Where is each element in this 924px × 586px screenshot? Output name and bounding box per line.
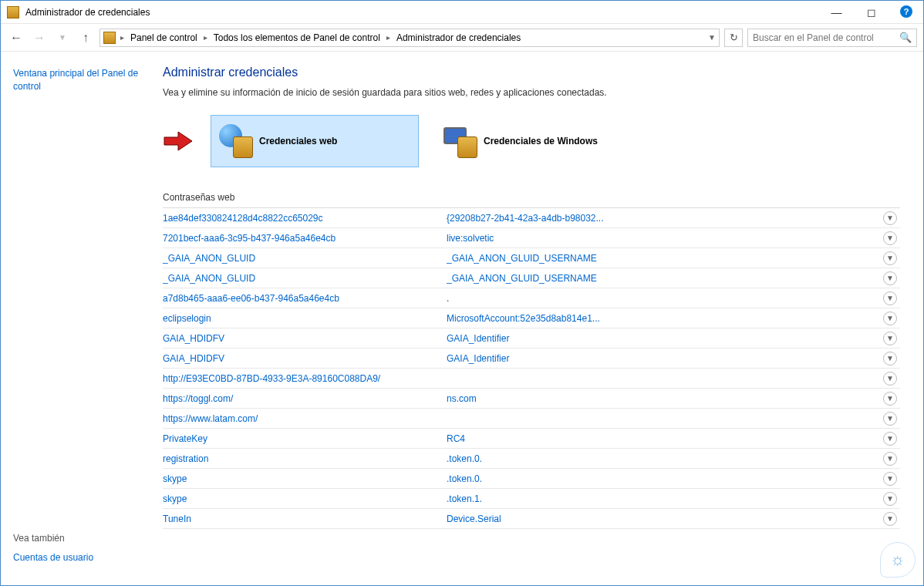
credential-row[interactable]: skype.token.1.▼ [163, 489, 900, 509]
credential-row[interactable]: TuneInDevice.Serial▼ [163, 509, 900, 529]
back-button[interactable]: ← [7, 29, 25, 47]
arrow-callout-icon [163, 130, 194, 153]
credential-row[interactable]: a7d8b465-aaa6-ee06-b437-946a5a46e4cb.▼ [163, 288, 900, 308]
credential-name: eclipselogin [163, 313, 447, 324]
credential-name: https://www.latam.com/ [163, 413, 447, 424]
expand-button[interactable]: ▼ [883, 251, 897, 265]
web-credentials-icon [219, 124, 253, 158]
credential-row[interactable]: 7201becf-aaa6-3c95-b437-946a5a46e4cblive… [163, 228, 900, 248]
credential-row[interactable]: https://www.latam.com/▼ [163, 409, 900, 429]
credential-name: skype [163, 473, 447, 484]
credential-name: 7201becf-aaa6-3c95-b437-946a5a46e4cb [163, 233, 447, 244]
maximize-button[interactable]: ◻ [854, 1, 889, 24]
breadcrumb-dropdown[interactable]: ▼ [708, 33, 716, 42]
minimize-button[interactable]: ― [819, 1, 854, 24]
windows-credentials-label: Credenciales de Windows [484, 136, 598, 146]
chevron-right-icon: ▸ [119, 33, 126, 42]
help-icon[interactable]: ? [900, 5, 912, 18]
credential-row[interactable]: 1ae84def330824128d4c8822cc65029c{29208b2… [163, 208, 900, 228]
credential-name: _GAIA_ANON_GLUID [163, 273, 447, 284]
svg-marker-0 [164, 132, 192, 150]
credential-row[interactable]: https://toggl.com/ns.com▼ [163, 389, 900, 409]
category-row: Credenciales web Credenciales de Windows [163, 115, 900, 167]
page-title: Administrar credenciales [163, 66, 900, 79]
credential-detail: GAIA_Identifier [447, 353, 878, 364]
credential-name: https://toggl.com/ [163, 393, 447, 404]
expand-button[interactable]: ▼ [883, 452, 897, 466]
credentials-list: 1ae84def330824128d4c8822cc65029c{29208b2… [163, 208, 900, 529]
expand-button[interactable]: ▼ [883, 332, 897, 345]
up-button[interactable]: ↑ [76, 29, 95, 47]
forward-button[interactable]: → [30, 29, 49, 47]
credential-name: GAIA_HDIDFV [163, 333, 447, 344]
expand-button[interactable]: ▼ [883, 271, 897, 285]
window-title: Administrador de credenciales [25, 7, 150, 18]
expand-button[interactable]: ▼ [883, 231, 897, 245]
credential-name: PrivateKey [163, 433, 447, 444]
credential-row[interactable]: eclipseloginMicrosoftAccount:52e35d8ab81… [163, 308, 900, 328]
credential-row[interactable]: PrivateKeyRC4▼ [163, 429, 900, 449]
main: Administrar credenciales Vea y elimine s… [155, 52, 923, 585]
credential-name: _GAIA_ANON_GLUID [163, 253, 447, 264]
content: ? Ventana principal del Panel de control… [1, 52, 923, 585]
sidebar-main-link[interactable]: Ventana principal del Panel de control [13, 67, 143, 93]
credential-name: a7d8b465-aaa6-ee06-b437-946a5a46e4cb [163, 293, 447, 304]
windows-credentials-tile[interactable]: Credenciales de Windows [436, 115, 644, 167]
search-icon: 🔍 [899, 32, 912, 43]
expand-button[interactable]: ▼ [883, 472, 897, 486]
sidebar: Ventana principal del Panel de control V… [1, 52, 155, 585]
window: Administrador de credenciales ― ◻ ✕ ← → … [0, 0, 924, 586]
expand-button[interactable]: ▼ [883, 291, 897, 305]
breadcrumb-segment[interactable]: Panel de control [129, 32, 199, 43]
credential-row[interactable]: http://E93EC0BD-87BD-4933-9E3A-89160C088… [163, 369, 900, 389]
navbar: ← → ▼ ↑ ▸ Panel de control ▸ Todos los e… [1, 24, 923, 52]
hint-bubble-icon[interactable]: ☼ [880, 542, 916, 578]
expand-button[interactable]: ▼ [883, 432, 897, 446]
expand-button[interactable]: ▼ [883, 492, 897, 506]
credential-row[interactable]: GAIA_HDIDFVGAIA_Identifier▼ [163, 328, 900, 349]
credential-detail: Device.Serial [447, 514, 878, 524]
credential-name: skype [163, 493, 447, 504]
chevron-right-icon: ▸ [385, 33, 392, 42]
breadcrumb-segment[interactable]: Administrador de credenciales [395, 32, 522, 43]
credential-detail: ns.com [447, 393, 878, 404]
search-input[interactable]: Buscar en el Panel de control 🔍 [747, 29, 917, 47]
chevron-right-icon: ▸ [202, 33, 209, 42]
expand-button[interactable]: ▼ [883, 312, 897, 325]
credential-name: TuneIn [163, 514, 447, 524]
credential-row[interactable]: registration.token.0.▼ [163, 449, 900, 469]
expand-button[interactable]: ▼ [883, 512, 897, 526]
credential-detail: GAIA_Identifier [447, 333, 878, 344]
see-also-label: Vea también [13, 533, 143, 544]
recent-dropdown[interactable]: ▼ [53, 29, 72, 47]
credential-detail: .token.1. [447, 493, 878, 504]
web-credentials-label: Credenciales web [259, 136, 337, 146]
web-credentials-tile[interactable]: Credenciales web [211, 115, 419, 167]
credential-name: registration [163, 453, 447, 464]
expand-button[interactable]: ▼ [883, 352, 897, 365]
refresh-button[interactable]: ↻ [724, 29, 743, 47]
control-panel-icon [103, 32, 116, 44]
section-header: Contraseñas web [163, 187, 900, 208]
expand-button[interactable]: ▼ [883, 372, 897, 386]
credential-detail: _GAIA_ANON_GLUID_USERNAME [447, 253, 878, 264]
credential-row[interactable]: skype.token.0.▼ [163, 469, 900, 489]
credential-row[interactable]: _GAIA_ANON_GLUID_GAIA_ANON_GLUID_USERNAM… [163, 248, 900, 268]
credential-detail: MicrosoftAccount:52e35d8ab814e1... [447, 313, 878, 324]
page-description: Vea y elimine su información de inicio d… [163, 87, 900, 98]
credential-row[interactable]: GAIA_HDIDFVGAIA_Identifier▼ [163, 349, 900, 369]
app-icon [7, 6, 19, 19]
credential-detail: live:solvetic [447, 233, 878, 244]
breadcrumb[interactable]: ▸ Panel de control ▸ Todos los elementos… [99, 29, 720, 47]
credential-detail: .token.0. [447, 453, 878, 464]
titlebar: Administrador de credenciales ― ◻ ✕ [1, 1, 923, 24]
credential-row[interactable]: _GAIA_ANON_GLUID_GAIA_ANON_GLUID_USERNAM… [163, 268, 900, 288]
breadcrumb-segment[interactable]: Todos los elementos de Panel de control [212, 32, 382, 43]
expand-button[interactable]: ▼ [883, 412, 897, 426]
expand-button[interactable]: ▼ [883, 211, 897, 225]
windows-credentials-icon [443, 124, 477, 158]
expand-button[interactable]: ▼ [883, 392, 897, 406]
sidebar-user-accounts-link[interactable]: Cuentas de usuario [13, 551, 143, 564]
search-placeholder: Buscar en el Panel de control [753, 32, 874, 43]
credential-name: http://E93EC0BD-87BD-4933-9E3A-89160C088… [163, 373, 447, 384]
